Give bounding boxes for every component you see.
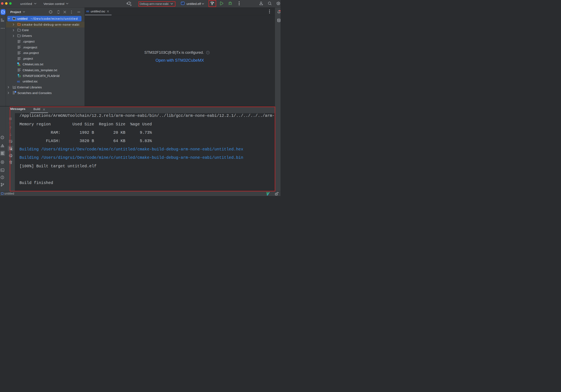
svg-text:IOC: IOC bbox=[86, 10, 89, 13]
svg-text:?: ? bbox=[207, 52, 208, 54]
svg-text:IOC: IOC bbox=[17, 80, 20, 83]
svg-text:D: D bbox=[19, 75, 21, 78]
